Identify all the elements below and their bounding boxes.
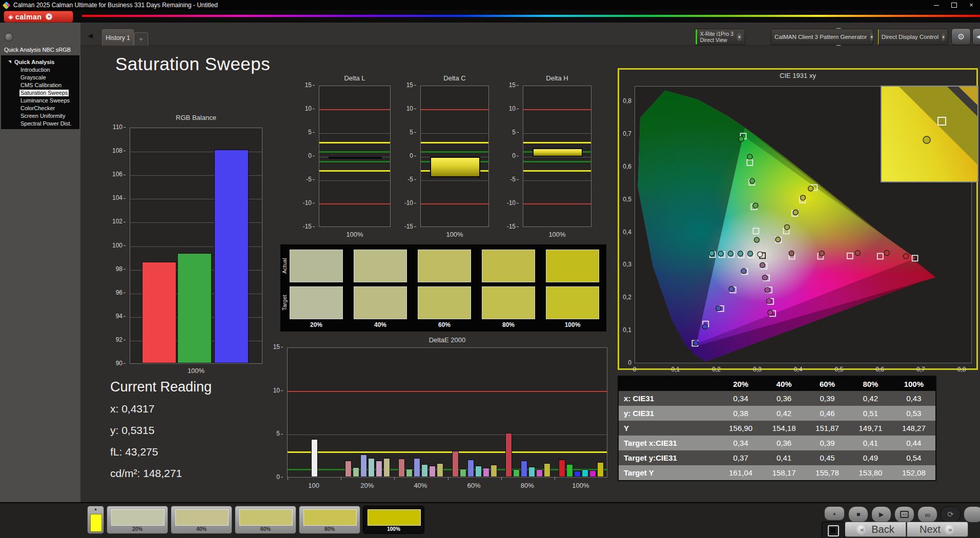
deltae-bar — [597, 462, 604, 477]
table-cell: 0,46 — [806, 409, 849, 418]
radio-indicator-icon[interactable] — [5, 33, 13, 42]
sidebar-item-label: Spectral Power Dist. — [19, 120, 73, 127]
bottom-bar: ▲ 20%40%60%80%100% ▲ ■ ▶ ∞ ⟳ « Back Next… — [0, 502, 980, 538]
measured-point — [729, 286, 734, 292]
y-axis-tick: 5 — [497, 129, 519, 136]
calman-logo-word: calman — [15, 13, 42, 21]
table-cell: 0,42 — [849, 394, 892, 403]
pattern-swatch-button[interactable]: ▲ — [87, 506, 104, 534]
play-button[interactable]: ▶ — [871, 506, 891, 523]
stop-button[interactable]: ■ — [848, 506, 868, 523]
cie-x-tick: 0,2 — [704, 366, 729, 373]
sidebar-item-introduction[interactable]: Introduction — [1, 66, 79, 74]
table-cell: 158,17 — [762, 468, 805, 477]
y-axis-tick: 106 — [104, 171, 126, 178]
measured-point — [738, 251, 743, 256]
measured-point — [789, 251, 794, 256]
back-button[interactable]: « Back — [845, 522, 906, 537]
sidebar-collapse-icon[interactable]: ◀ — [88, 32, 93, 39]
tab-add-button[interactable]: + — [134, 32, 148, 46]
workflow-header: Quick Analysis NBC sRGB — [4, 47, 71, 53]
limit-line — [319, 170, 390, 172]
chevron-double-right-icon: » — [945, 524, 955, 535]
y-axis-tick: 0 — [261, 473, 283, 481]
table-cell: 0,45 — [806, 453, 849, 462]
meter-button[interactable]: X-Rite i1Pro 3Direct View ▼ — [695, 29, 745, 45]
sidebar-item-screen-uniformity[interactable]: Screen Uniformity — [1, 112, 79, 120]
thumb-label: 80% — [299, 526, 360, 532]
x-group-label: 60% — [456, 482, 492, 489]
deltae-bar — [429, 466, 436, 477]
table-cell: 0,41 — [762, 453, 805, 462]
pattern-thumb-100%[interactable]: 100% — [363, 506, 424, 534]
limit-line — [319, 161, 390, 162]
measured-point — [754, 237, 760, 242]
table-cell: 0,54 — [892, 453, 935, 462]
gridline — [421, 133, 488, 134]
sidebar-item-saturation-sweeps[interactable]: Saturation Sweeps — [1, 89, 79, 97]
measured-point — [693, 340, 699, 345]
table-row-label: Y — [619, 424, 719, 432]
close-button[interactable]: × — [963, 0, 980, 10]
actual-patch-40% — [354, 250, 407, 282]
panel-expand-button[interactable]: ▲ — [824, 506, 845, 521]
panel-collapse-button[interactable]: ◀ — [972, 28, 980, 45]
pattern-thumb-80%[interactable]: 80% — [299, 506, 360, 534]
table-cell: 153,80 — [849, 468, 892, 477]
pattern-source-button[interactable]: CalMAN Client 3 Pattern Generator ▼ — [771, 29, 873, 45]
table-cell: 154,18 — [762, 424, 805, 432]
sidebar-item-grayscale[interactable]: Grayscale — [1, 74, 79, 81]
pattern-sequence-button[interactable] — [894, 506, 914, 523]
table-cell: 0,34 — [719, 394, 762, 403]
extra-action-button[interactable] — [964, 506, 980, 523]
sidebar-item-luminance-sweeps[interactable]: Luminance Sweeps — [1, 97, 79, 105]
pattern-thumb-40%[interactable]: 40% — [171, 506, 232, 534]
pattern-thumb-20%[interactable]: 20% — [107, 506, 168, 534]
sidebar-item-label: Saturation Sweeps — [19, 90, 69, 96]
deltae-bar — [421, 464, 428, 477]
deltae-bar — [311, 439, 318, 478]
table-cell: 0,51 — [849, 409, 892, 418]
table-cell: 148,27 — [892, 424, 935, 432]
table-header-cell: 100% — [892, 380, 935, 388]
pattern-thumb-60%[interactable]: 60% — [235, 506, 296, 534]
measured-point — [855, 251, 860, 256]
maximize-button[interactable] — [945, 0, 963, 10]
sidebar-item-cms-calibration[interactable]: CMS Calibration — [1, 81, 79, 89]
meter-label: X-Rite i1Pro 3Direct View — [697, 31, 737, 43]
y-axis-tick: 96 — [104, 289, 126, 296]
minimize-button[interactable] — [928, 0, 945, 10]
current-reading-line: cd/m²: 148,271 — [110, 467, 182, 480]
table-row-label: Target x:CIE31 — [619, 439, 719, 447]
next-button[interactable]: Next » — [907, 522, 968, 537]
x-tick-mark — [555, 477, 555, 480]
pattern-window-button[interactable] — [822, 522, 845, 538]
deltae2000-plot — [287, 347, 607, 478]
cie-y-tick: 0,2 — [611, 294, 631, 301]
y-axis-tick: 10 — [395, 105, 416, 112]
deltae-bar — [475, 466, 482, 477]
x-group-label: 80% — [509, 482, 545, 489]
table-cell: 0,39 — [806, 394, 849, 403]
sidebar-item-colorchecker[interactable]: ColorChecker — [1, 105, 79, 112]
sidebar-item-label: ColorChecker — [19, 105, 56, 112]
y-axis-tick: -10 — [497, 199, 519, 206]
settings-button[interactable]: ⚙ — [951, 28, 971, 45]
table-cell: 149,71 — [849, 424, 892, 432]
tree-root-quick-analysis[interactable]: Quick Analysis — [1, 58, 79, 66]
display-control-button[interactable]: Direct Display Control ▼ — [877, 29, 948, 45]
y-axis-tick: 5 — [261, 430, 283, 437]
tab-history-1[interactable]: History 1 — [102, 29, 134, 46]
deltae-bar — [528, 467, 535, 477]
calman-menu-button[interactable]: ◈ calman ▼ — [4, 11, 73, 22]
rgb-bar-red — [142, 262, 176, 363]
table-cell: 0,34 — [719, 439, 762, 447]
x-group-label: 100% — [563, 482, 599, 489]
measured-point — [753, 203, 758, 208]
window-title: Calman 2025 Calman Ultimate for Business… — [13, 2, 218, 9]
refresh-button[interactable]: ⟳ — [941, 506, 961, 523]
continuous-measure-button[interactable]: ∞ — [917, 506, 937, 523]
thumb-label: 100% — [363, 526, 424, 532]
sidebar-item-spectral-power-dist-[interactable]: Spectral Power Dist. — [1, 120, 79, 128]
sidebar: Quick Analysis NBC sRGB Quick Analysis I… — [0, 23, 80, 502]
